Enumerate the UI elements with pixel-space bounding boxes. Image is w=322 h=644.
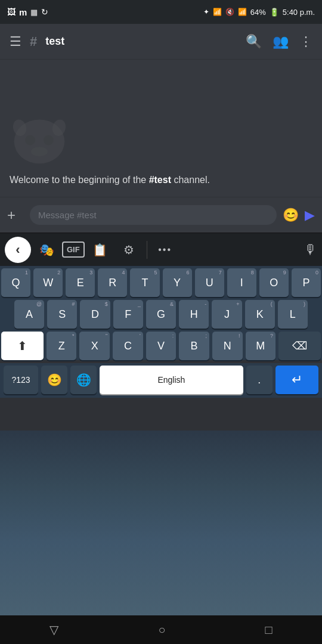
members-icon[interactable]: 👥 (273, 34, 289, 49)
key-l[interactable]: )L (278, 300, 308, 329)
keyboard-row-2: @A #S $D _F &G -H +J (K )L (1, 300, 321, 329)
key-z[interactable]: *Z (47, 332, 77, 360)
svg-point-1 (25, 135, 35, 145)
nav-bar: ▽ ○ □ (0, 615, 322, 644)
send-button[interactable]: ▶ (305, 208, 315, 223)
keyboard: 1Q 2W 3E 4R 5T 6Y 7U 8I 9O 0P @A #S $D _… (0, 266, 322, 360)
key-e[interactable]: 3E (66, 268, 95, 297)
key-m[interactable]: ?M (246, 332, 276, 360)
home-nav-icon[interactable]: ○ (158, 623, 165, 637)
keyboard-toolbar: ‹ 🎭 GIF 📋 ⚙ ••• 🎙 (0, 233, 322, 266)
add-attachment-button[interactable]: + (7, 207, 24, 224)
globe-key[interactable]: 🌐 (70, 366, 97, 394)
key-q[interactable]: 1Q (1, 268, 30, 297)
key-j[interactable]: +J (212, 300, 242, 329)
key-c[interactable]: 'C (113, 332, 143, 360)
svg-point-3 (31, 147, 48, 156)
wifi-icon: 📶 (213, 8, 222, 16)
app-bar: ☰ # test 🔍 👥 ⋮ (0, 24, 322, 60)
svg-point-2 (44, 135, 54, 145)
status-right-info: ✦ 📶 🔇 📶 64% 🔋 5:40 p.m. (203, 8, 315, 17)
key-f[interactable]: _F (113, 300, 143, 329)
battery-percent: 64% (250, 8, 266, 17)
key-h[interactable]: -H (179, 300, 209, 329)
status-left-icons: 🖼 m ▦ ↻ (7, 7, 48, 17)
notification-icon: 🖼 (7, 7, 16, 17)
settings-button[interactable]: ⚙ (116, 238, 142, 262)
status-bar: 🖼 m ▦ ↻ ✦ 📶 🔇 📶 64% 🔋 5:40 p.m. (0, 0, 322, 24)
key-i[interactable]: 8I (227, 268, 256, 297)
back-nav-icon[interactable]: ▽ (49, 623, 58, 637)
key-x[interactable]: "X (79, 332, 110, 360)
keyboard-back-button[interactable]: ‹ (5, 237, 31, 263)
more-tools-button[interactable]: ••• (152, 238, 178, 262)
key-p[interactable]: 0P (292, 268, 321, 297)
key-n[interactable]: !N (212, 332, 243, 360)
period-key[interactable]: . (246, 366, 273, 394)
emoji-key[interactable]: 😊 (41, 366, 67, 394)
emoji-button[interactable]: 😊 (283, 208, 299, 223)
discord-logo (10, 113, 69, 167)
backspace-key[interactable]: ⌫ (278, 332, 321, 360)
key-g[interactable]: &G (146, 300, 176, 329)
keyboard-bg (0, 431, 322, 615)
signal-icon: 📶 (238, 8, 247, 16)
battery-icon: 🔋 (270, 8, 279, 17)
key-k[interactable]: (K (245, 300, 275, 329)
more-options-icon[interactable]: ⋮ (299, 34, 312, 49)
app-icon-bars: ▦ (30, 8, 38, 17)
recent-nav-icon[interactable]: □ (265, 623, 272, 637)
key-o[interactable]: 9O (259, 268, 289, 297)
key-r[interactable]: 4R (98, 268, 127, 297)
space-key[interactable]: English (100, 366, 243, 394)
app-icon-m: m (19, 7, 27, 17)
shift-key[interactable]: ⬆ (1, 332, 44, 360)
mute-icon: 🔇 (225, 8, 234, 16)
toolbar-separator (147, 241, 147, 259)
key-t[interactable]: 5T (130, 268, 159, 297)
channel-name: test (45, 35, 237, 48)
key-s[interactable]: #S (47, 300, 77, 329)
sticker-button[interactable]: 🎭 (33, 238, 60, 262)
key-u[interactable]: 7U (195, 268, 224, 297)
app-bar-actions: 🔍 👥 ⋮ (246, 34, 312, 49)
sync-icon: ↻ (41, 7, 48, 17)
clipboard-button[interactable]: 📋 (87, 238, 113, 262)
message-input[interactable] (30, 205, 277, 225)
menu-icon[interactable]: ☰ (10, 34, 21, 49)
key-a[interactable]: @A (14, 300, 44, 329)
message-input-area: + 😊 ▶ (0, 197, 322, 233)
key-d[interactable]: $D (80, 300, 110, 329)
mic-button[interactable]: 🎙 (304, 242, 317, 258)
time-display: 5:40 p.m. (283, 8, 315, 17)
channel-hash: # (30, 34, 37, 49)
key-v[interactable]: :V (146, 332, 177, 360)
key-y[interactable]: 6Y (163, 268, 192, 297)
gif-button[interactable]: GIF (62, 242, 85, 258)
search-icon[interactable]: 🔍 (246, 34, 262, 49)
key-w[interactable]: 2W (33, 268, 63, 297)
keyboard-bottom-row: ?123 😊 🌐 English . ↵ (0, 363, 322, 398)
key-b[interactable]: ;B (179, 332, 209, 360)
chat-area: Welcome to the beginning of the #test ch… (0, 60, 322, 197)
welcome-text: Welcome to the beginning of the #test ch… (10, 173, 210, 187)
keyboard-row-1: 1Q 2W 3E 4R 5T 6Y 7U 8I 9O 0P (1, 268, 321, 297)
keyboard-row-3: ⬆ *Z "X 'C :V ;B !N ?M ⌫ (1, 332, 321, 360)
symbols-key[interactable]: ?123 (4, 366, 38, 394)
bluetooth-icon: ✦ (203, 8, 209, 16)
keyboard-wrap: ‹ 🎭 GIF 📋 ⚙ ••• 🎙 1Q 2W 3E 4R 5T 6Y 7U 8… (0, 233, 322, 398)
enter-key[interactable]: ↵ (275, 366, 318, 394)
